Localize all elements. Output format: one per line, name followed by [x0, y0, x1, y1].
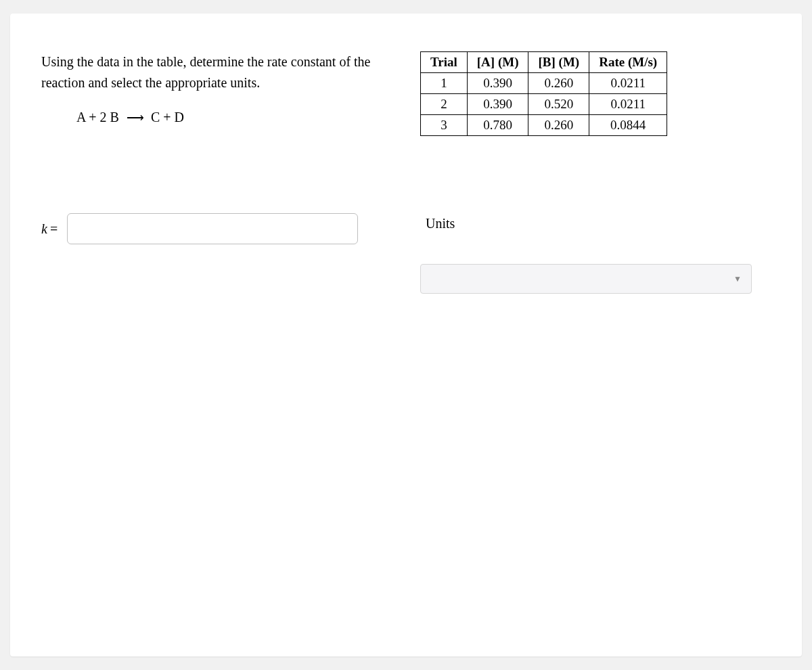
data-table: Trial [A] (M) [B] (M) Rate (M/s) 1 0.390… — [420, 51, 667, 136]
question-prompt: Using the data in the table, determine t… — [41, 51, 407, 93]
cell: 0.260 — [528, 115, 589, 136]
cell: 0.0844 — [589, 115, 667, 136]
col-header-trial: Trial — [421, 52, 468, 73]
cell: 0.780 — [467, 115, 528, 136]
table-row: 3 0.780 0.260 0.0844 — [421, 115, 667, 136]
table-row: 2 0.390 0.520 0.0211 — [421, 94, 667, 115]
rate-constant-input[interactable] — [67, 213, 358, 244]
equals-sign: = — [50, 221, 58, 236]
two-column-layout: Using the data in the table, determine t… — [41, 51, 771, 294]
reaction-arrow-icon: ⟶ — [127, 110, 143, 125]
cell: 2 — [421, 94, 468, 115]
cell: 0.260 — [528, 73, 589, 94]
reaction-equation: A + 2 B ⟶ C + D — [76, 110, 407, 125]
right-column: Trial [A] (M) [B] (M) Rate (M/s) 1 0.390… — [420, 51, 771, 294]
cell: 0.390 — [467, 94, 528, 115]
units-select[interactable]: ▼ — [420, 264, 752, 294]
left-column: Using the data in the table, determine t… — [41, 51, 407, 294]
cell: 0.0211 — [589, 73, 667, 94]
units-label: Units — [426, 216, 771, 231]
equation-lhs: A + 2 B — [76, 110, 119, 125]
equation-rhs: C + D — [151, 110, 184, 125]
cell: 0.520 — [528, 94, 589, 115]
answer-row: k= — [41, 213, 407, 244]
k-symbol: k — [41, 221, 47, 236]
k-label: k= — [41, 221, 58, 237]
chevron-down-icon: ▼ — [734, 274, 742, 284]
cell: 3 — [421, 115, 468, 136]
cell: 0.390 — [467, 73, 528, 94]
units-block: Units ▼ — [420, 216, 771, 294]
cell: 1 — [421, 73, 468, 94]
col-header-a: [A] (M) — [467, 52, 528, 73]
table-row: 1 0.390 0.260 0.0211 — [421, 73, 667, 94]
cell: 0.0211 — [589, 94, 667, 115]
col-header-rate: Rate (M/s) — [589, 52, 667, 73]
col-header-b: [B] (M) — [528, 52, 589, 73]
table-header-row: Trial [A] (M) [B] (M) Rate (M/s) — [421, 52, 667, 73]
question-card: Using the data in the table, determine t… — [10, 14, 802, 656]
